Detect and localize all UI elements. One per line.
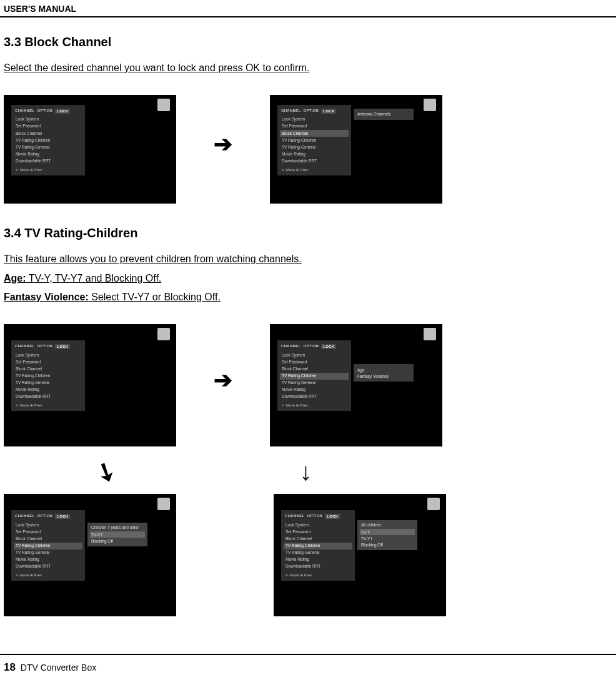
menu-item: TV Rating-General	[14, 380, 82, 387]
arrow-down-left-icon: ➘	[91, 456, 121, 488]
submenu-item: TV-Y7	[90, 531, 145, 538]
menu-item: Downloadable RRT	[14, 563, 82, 570]
menu-item: Set Password	[14, 358, 82, 365]
tab-channel: CHANNEL	[281, 344, 301, 349]
screenshot-block-channel-submenu: CHANNEL OPTION LOCK Lock System Set Pass…	[270, 95, 442, 204]
screenshot-age-options: CHANNEL OPTION LOCK Lock System Set Pass…	[274, 494, 446, 616]
section-3-3-heading: 3.3 Block Channel	[4, 35, 612, 49]
fv-label: Fantasy Violence:	[4, 292, 89, 302]
tab-channel: CHANNEL	[281, 109, 301, 114]
submenu-item: Antenna Channels	[356, 111, 411, 117]
menu-item-selected: TV Rating-Children	[14, 543, 82, 550]
tab-option: OPTION	[307, 514, 322, 519]
menu-item: Set Password	[284, 528, 352, 535]
lock-icon	[157, 99, 170, 111]
tab-option: OPTION	[303, 344, 319, 349]
fv-text: Select TV-Y7 or Blocking Off.	[89, 292, 221, 302]
figure-row-3-4-top: CHANNEL OPTION LOCK Lock System Set Pass…	[4, 324, 612, 446]
menu-item: Movie Rating	[280, 387, 349, 393]
menu-item: Block Channel	[284, 535, 352, 542]
menu-hint: ⇐ Move ⊞ Prev.	[280, 400, 349, 407]
submenu-item: TV-Y	[360, 529, 415, 535]
tab-option: OPTION	[37, 344, 52, 349]
menu-item: Lock System	[284, 521, 352, 528]
section-3-4-fv: Fantasy Violence: Select TV-Y7 or Blocki…	[4, 290, 612, 305]
menu-item-selected: TV Rating-Children	[284, 543, 352, 550]
menu-item: Lock System	[14, 116, 82, 123]
tab-option: OPTION	[37, 514, 52, 519]
menu-item: Movie Rating	[280, 150, 349, 157]
submenu-item: Fantasy Violence	[356, 373, 411, 379]
menu-item: Movie Rating	[14, 387, 82, 393]
menu-item: Downloadable RRT	[280, 158, 349, 165]
age-text: TV-Y, TV-Y7 and Blocking Off.	[26, 273, 162, 283]
menu-item: Set Password	[280, 358, 349, 365]
lock-icon	[157, 328, 170, 340]
menu-item: TV Rating-Children	[14, 137, 82, 144]
menu-hint: ⇐ Move ⊞ Prev.	[14, 165, 82, 172]
menu-hint: ⇐ Move ⊞ Prev.	[280, 165, 349, 172]
page-number: 18	[4, 661, 16, 673]
header-title: USER'S MANUAL	[4, 4, 76, 14]
screenshot-fantasy-violence-options: CHANNEL OPTION LOCK Lock System Set Pass…	[4, 494, 176, 616]
menu-item: TV Rating-General	[280, 380, 349, 387]
menu-item: TV Rating-General	[14, 144, 82, 150]
menu-item: Downloadable RRT	[280, 393, 349, 400]
tab-channel: CHANNEL	[15, 109, 34, 114]
menu-item: TV Rating-Children	[14, 373, 82, 380]
menu-item: TV Rating-Children	[280, 137, 349, 144]
arrow-right-icon: ➔	[214, 133, 232, 155]
submenu-header: Children 7 years and older	[90, 525, 145, 531]
menu-item: Movie Rating	[14, 150, 82, 157]
menu-item-selected: TV Rating-Children	[280, 373, 349, 380]
menu-item: Lock System	[14, 352, 82, 358]
tab-option: OPTION	[303, 109, 319, 114]
tab-lock: LOCK	[55, 344, 70, 349]
menu-item: Set Password	[14, 123, 82, 130]
menu-item: Lock System	[14, 521, 82, 528]
menu-item: Block Channel	[14, 535, 82, 542]
lock-icon	[157, 498, 170, 510]
figure-row-3-4-bottom: CHANNEL OPTION LOCK Lock System Set Pass…	[4, 494, 612, 616]
section-3-4-heading: 3.4 TV Rating-Children	[4, 226, 612, 240]
section-3-3-desc: Select the desired channel you want to l…	[4, 61, 612, 76]
tab-lock: LOCK	[321, 344, 336, 349]
tab-option: OPTION	[37, 109, 52, 114]
tab-channel: CHANNEL	[15, 514, 34, 519]
tab-lock: LOCK	[321, 109, 336, 114]
menu-item: Movie Rating	[14, 556, 82, 563]
menu-item: Set Password	[14, 528, 82, 535]
submenu-item: Blocking Off	[90, 538, 145, 544]
submenu-item: TV-Y7	[360, 535, 415, 541]
screenshot-lock-menu-2: CHANNEL OPTION LOCK Lock System Set Pass…	[4, 324, 176, 446]
menu-item: Downloadable RRT	[284, 563, 352, 570]
menu-item: TV Rating-General	[284, 550, 352, 556]
tab-lock: LOCK	[55, 514, 70, 519]
lock-icon	[427, 498, 440, 510]
tab-channel: CHANNEL	[285, 514, 304, 519]
menu-item: Lock System	[280, 352, 349, 358]
menu-item: Lock System	[280, 116, 349, 123]
lock-icon	[424, 328, 436, 340]
menu-item: Downloadable RRT	[14, 393, 82, 400]
menu-hint: ⇐ Move ⊞ Prev.	[284, 570, 352, 577]
lock-icon	[424, 99, 436, 111]
arrow-down-icon: ↓	[300, 459, 312, 484]
age-label: Age:	[4, 273, 26, 283]
figure-row-3-3: CHANNEL OPTION LOCK Lock System Set Pass…	[4, 95, 612, 204]
menu-item: Movie Rating	[284, 556, 352, 563]
menu-item: Block Channel	[14, 130, 82, 137]
page-header: USER'S MANUAL	[0, 0, 616, 17]
footer-product: DTV Converter Box	[21, 663, 96, 673]
submenu-header: All children	[360, 523, 415, 529]
section-3-4-age: Age: TV-Y, TV-Y7 and Blocking Off.	[4, 271, 612, 287]
page-footer: 18 DTV Converter Box	[0, 654, 616, 674]
menu-item: Downloadable RRT	[14, 158, 82, 165]
screenshot-tv-rating-children-submenu: CHANNEL OPTION LOCK Lock System Set Pass…	[270, 324, 442, 446]
menu-item-selected: Block Channel	[280, 130, 349, 137]
submenu-item: Blocking Off	[360, 541, 415, 548]
arrow-right-icon: ➔	[214, 369, 232, 392]
tab-lock: LOCK	[325, 514, 340, 519]
menu-hint: ⇐ Move ⊞ Prev.	[14, 570, 82, 577]
submenu-item: Age	[356, 367, 411, 373]
